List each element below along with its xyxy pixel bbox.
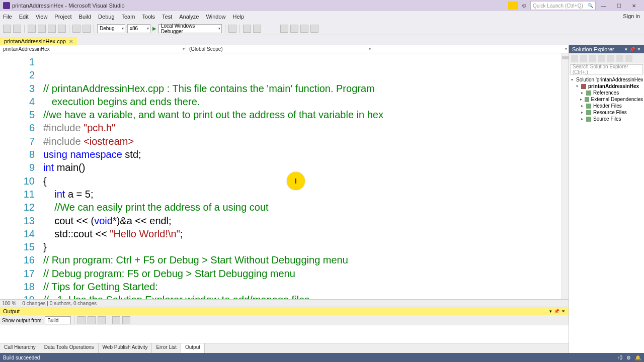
- code-editor[interactable]: 12345678910111213141516171819 // printan…: [0, 53, 569, 299]
- se-pin-icon[interactable]: 📌: [629, 47, 635, 52]
- se-refresh-icon[interactable]: [580, 55, 587, 62]
- se-tb6[interactable]: [616, 55, 623, 62]
- file-tab-row: printanAddressinHex.cpp ✕: [0, 35, 644, 45]
- tree-item[interactable]: ▾Solution 'printanAddressinHex' (1: [570, 76, 643, 83]
- se-home-icon[interactable]: [571, 55, 578, 62]
- file-tab[interactable]: printanAddressinHex.cpp ✕: [0, 37, 77, 45]
- menu-help[interactable]: Help: [233, 14, 245, 20]
- file-tab-label: printanAddressinHex.cpp: [4, 38, 66, 44]
- menu-view[interactable]: View: [36, 14, 48, 20]
- open-button[interactable]: [38, 25, 46, 33]
- zoom-label: 100 %: [2, 301, 16, 306]
- show-from-label: Show output from:: [2, 318, 43, 323]
- platform-dropdown[interactable]: x86: [127, 24, 150, 33]
- maximize-button[interactable]: ☐: [612, 1, 626, 10]
- tab-data-tools-operations[interactable]: Data Tools Operations: [40, 343, 99, 353]
- menu-debug[interactable]: Debug: [98, 14, 114, 20]
- start-debug-icon[interactable]: ▶: [152, 26, 156, 31]
- tool-btn-1[interactable]: [228, 25, 236, 33]
- show-from-dropdown[interactable]: Build: [45, 316, 71, 324]
- stop-button[interactable]: [280, 25, 288, 33]
- tree-item[interactable]: ▸External Dependencies: [570, 96, 643, 103]
- tree-item[interactable]: ▸Resource Files: [570, 109, 643, 116]
- step-into-button[interactable]: [300, 25, 308, 33]
- nav-back-button[interactable]: [3, 25, 11, 33]
- se-tb5[interactable]: [607, 55, 614, 62]
- tab-output[interactable]: Output: [181, 343, 205, 353]
- status-icon3[interactable]: 🔔: [635, 355, 641, 360]
- solution-explorer: Solution Explorer ▾ 📌 ✕ Search Solution …: [569, 45, 644, 353]
- solution-toolbar: [569, 53, 644, 63]
- menu-project[interactable]: Project: [54, 14, 71, 20]
- nav-scope-dropdown[interactable]: (Global Scope): [186, 45, 372, 53]
- op-btn5[interactable]: [122, 316, 130, 324]
- app-title: printanAddressinHex - Microsoft Visual S…: [12, 3, 125, 9]
- op-btn3[interactable]: [98, 316, 106, 324]
- step-over-button[interactable]: [290, 25, 298, 33]
- pin-icon2[interactable]: 📌: [554, 309, 559, 314]
- menu-team[interactable]: Team: [122, 14, 135, 20]
- output-body[interactable]: [0, 325, 569, 343]
- debugger-dropdown[interactable]: Local Windows Debugger: [158, 24, 222, 33]
- step-out-button[interactable]: [310, 25, 318, 33]
- se-tb7[interactable]: [625, 55, 632, 62]
- nav-fwd-button[interactable]: [13, 25, 21, 33]
- statusbar: Build succeeded ↑0 ⚙ 🔔: [0, 353, 644, 362]
- feedback-icon[interactable]: ☺: [520, 2, 528, 10]
- solution-search-input[interactable]: Search Solution Explorer (Ctrl+;): [570, 64, 643, 74]
- save-all-button[interactable]: [58, 25, 66, 33]
- tree-item[interactable]: ▾printanAddressinHex: [570, 83, 643, 89]
- save-button[interactable]: [48, 25, 56, 33]
- se-dd-icon[interactable]: ▾: [625, 47, 627, 52]
- new-button[interactable]: [28, 25, 36, 33]
- se-tb3[interactable]: [589, 55, 596, 62]
- menu-build[interactable]: Build: [79, 14, 91, 20]
- line-gutter: 12345678910111213141516171819: [0, 53, 40, 299]
- sign-in-link[interactable]: Sign in: [623, 13, 640, 19]
- tab-web-publish-activity[interactable]: Web Publish Activity: [99, 343, 152, 353]
- editor-info-strip: 100 % 0 changes | 0 authors, 0 changes: [0, 299, 569, 307]
- solution-tree[interactable]: ▾Solution 'printanAddressinHex' (1▾print…: [569, 75, 644, 353]
- menu-test[interactable]: Test: [162, 14, 172, 20]
- vs-logo-icon: [3, 2, 10, 9]
- quick-launch-input[interactable]: Quick Launch (Ctrl+Q) 🔍: [530, 1, 596, 10]
- scrollbar-vertical[interactable]: [561, 53, 569, 299]
- config-dropdown[interactable]: Debug: [97, 24, 125, 33]
- op-btn4[interactable]: [112, 316, 120, 324]
- cursor-highlight-icon: I: [287, 172, 305, 190]
- menu-tools[interactable]: Tools: [142, 14, 155, 20]
- op-btn2[interactable]: [88, 316, 96, 324]
- bottom-tabs: Call HierarchyData Tools OperationsWeb P…: [0, 343, 569, 353]
- output-close-icon[interactable]: ✕: [561, 309, 566, 314]
- op-btn1[interactable]: [77, 316, 86, 324]
- redo-button[interactable]: [83, 25, 91, 33]
- menu-analyze[interactable]: Analyze: [179, 14, 199, 20]
- tab-call-hierarchy[interactable]: Call Hierarchy: [0, 343, 40, 353]
- solution-title[interactable]: Solution Explorer ▾ 📌 ✕: [569, 45, 644, 53]
- menu-edit[interactable]: Edit: [19, 14, 29, 20]
- status-icon2[interactable]: ⚙: [626, 355, 631, 360]
- close-tab-icon[interactable]: ✕: [69, 39, 73, 44]
- tree-item[interactable]: ▸References: [570, 89, 643, 96]
- menu-file[interactable]: File: [3, 14, 12, 20]
- close-button[interactable]: ✕: [627, 1, 641, 10]
- tab-error-list[interactable]: Error List: [152, 343, 181, 353]
- pin-icon[interactable]: ▾: [549, 309, 552, 314]
- tool-btn-2[interactable]: [243, 25, 251, 33]
- minimize-button[interactable]: —: [597, 1, 611, 10]
- tree-item[interactable]: ▸Header Files: [570, 103, 643, 109]
- output-title[interactable]: Output ▾ 📌 ✕: [0, 307, 569, 315]
- notification-badge[interactable]: [508, 2, 518, 10]
- tree-item[interactable]: ▸Source Files: [570, 116, 643, 122]
- undo-button[interactable]: [72, 25, 80, 33]
- se-close-icon[interactable]: ✕: [637, 47, 641, 52]
- status-msg: Build succeeded: [3, 355, 40, 360]
- nav-file-dropdown[interactable]: printanAddressinHex: [0, 45, 186, 53]
- code-text[interactable]: // printanAddressinHex.cpp : This file c…: [40, 53, 561, 299]
- nav-member-dropdown[interactable]: [372, 45, 569, 53]
- menu-window[interactable]: Window: [206, 14, 225, 20]
- se-tb4[interactable]: [598, 55, 605, 62]
- titlebar: printanAddressinHex - Microsoft Visual S…: [0, 0, 644, 11]
- tool-btn-3[interactable]: [253, 25, 261, 33]
- status-icon1[interactable]: ↑0: [617, 355, 622, 360]
